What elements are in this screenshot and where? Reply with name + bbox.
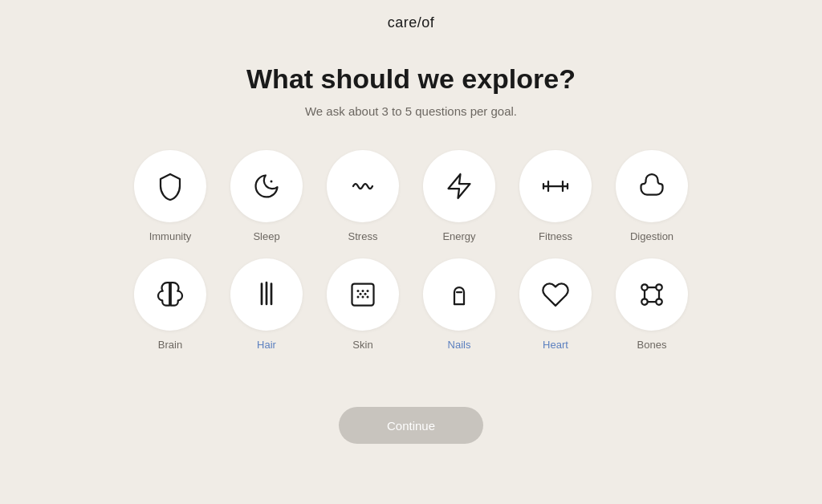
grid-item-stress[interactable]: Stress bbox=[319, 150, 407, 242]
fitness-label: Fitness bbox=[539, 230, 572, 242]
svg-point-9 bbox=[357, 290, 360, 292]
nails-icon bbox=[445, 280, 474, 309]
hair-icon-circle[interactable] bbox=[230, 258, 303, 331]
svg-rect-8 bbox=[352, 284, 374, 306]
sleep-icon-circle[interactable] bbox=[230, 150, 303, 222]
energy-icon-circle[interactable] bbox=[423, 150, 495, 222]
grid-item-energy[interactable]: Energy bbox=[415, 150, 503, 242]
nails-label: Nails bbox=[448, 339, 471, 351]
heart-icon-circle[interactable] bbox=[519, 258, 592, 331]
svg-point-13 bbox=[362, 296, 364, 299]
stress-icon-circle[interactable] bbox=[327, 150, 399, 222]
svg-point-0 bbox=[271, 181, 273, 183]
digestion-icon-circle[interactable] bbox=[616, 150, 688, 222]
nails-icon-circle[interactable] bbox=[423, 258, 495, 331]
brain-icon bbox=[156, 280, 185, 309]
stress-icon bbox=[348, 172, 377, 201]
bones-label: Bones bbox=[637, 339, 667, 351]
svg-point-15 bbox=[360, 293, 362, 295]
grid-item-hair[interactable]: Hair bbox=[222, 258, 311, 351]
grid-item-bones[interactable]: Bones bbox=[608, 258, 696, 351]
hair-label: Hair bbox=[257, 339, 276, 351]
svg-point-14 bbox=[367, 296, 369, 299]
digestion-label: Digestion bbox=[630, 230, 673, 242]
svg-point-12 bbox=[357, 296, 360, 299]
main-content: What should we explore? We ask about 3 t… bbox=[0, 63, 822, 444]
skin-icon bbox=[348, 280, 377, 309]
grid-item-heart[interactable]: Heart bbox=[511, 258, 600, 351]
digestion-icon bbox=[637, 172, 666, 201]
skin-icon-circle[interactable] bbox=[327, 258, 399, 331]
svg-point-11 bbox=[367, 290, 369, 292]
bones-icon-circle[interactable] bbox=[616, 258, 688, 331]
hair-icon bbox=[252, 280, 281, 309]
immunity-icon-circle[interactable] bbox=[134, 150, 206, 222]
grid-item-nails[interactable]: Nails bbox=[415, 258, 503, 351]
energy-icon bbox=[445, 172, 474, 201]
sleep-label: Sleep bbox=[253, 230, 279, 242]
grid-item-fitness[interactable]: Fitness bbox=[511, 150, 600, 242]
svg-point-16 bbox=[364, 293, 367, 295]
grid-item-skin[interactable]: Skin bbox=[319, 258, 407, 351]
logo: care/of bbox=[388, 14, 435, 31]
bones-icon bbox=[637, 280, 666, 309]
grid-item-digestion[interactable]: Digestion bbox=[608, 150, 696, 242]
page-heading: What should we explore? bbox=[246, 63, 576, 95]
svg-point-10 bbox=[362, 290, 364, 292]
skin-label: Skin bbox=[352, 339, 372, 351]
stress-label: Stress bbox=[348, 230, 378, 242]
immunity-icon bbox=[156, 172, 185, 201]
fitness-icon bbox=[541, 172, 570, 201]
sleep-icon bbox=[252, 172, 281, 201]
fitness-icon-circle[interactable] bbox=[519, 150, 592, 222]
brain-icon-circle[interactable] bbox=[134, 258, 206, 331]
page-subheading: We ask about 3 to 5 questions per goal. bbox=[305, 104, 517, 118]
heart-icon bbox=[541, 280, 570, 309]
brain-label: Brain bbox=[158, 339, 182, 351]
category-grid: Immunity Sleep Stress bbox=[126, 150, 696, 351]
heart-label: Heart bbox=[543, 339, 568, 351]
continue-button[interactable]: Continue bbox=[339, 407, 483, 444]
grid-item-sleep[interactable]: Sleep bbox=[222, 150, 311, 242]
energy-label: Energy bbox=[442, 230, 475, 242]
immunity-label: Immunity bbox=[149, 230, 192, 242]
grid-item-immunity[interactable]: Immunity bbox=[126, 150, 214, 242]
grid-item-brain[interactable]: Brain bbox=[126, 258, 214, 351]
